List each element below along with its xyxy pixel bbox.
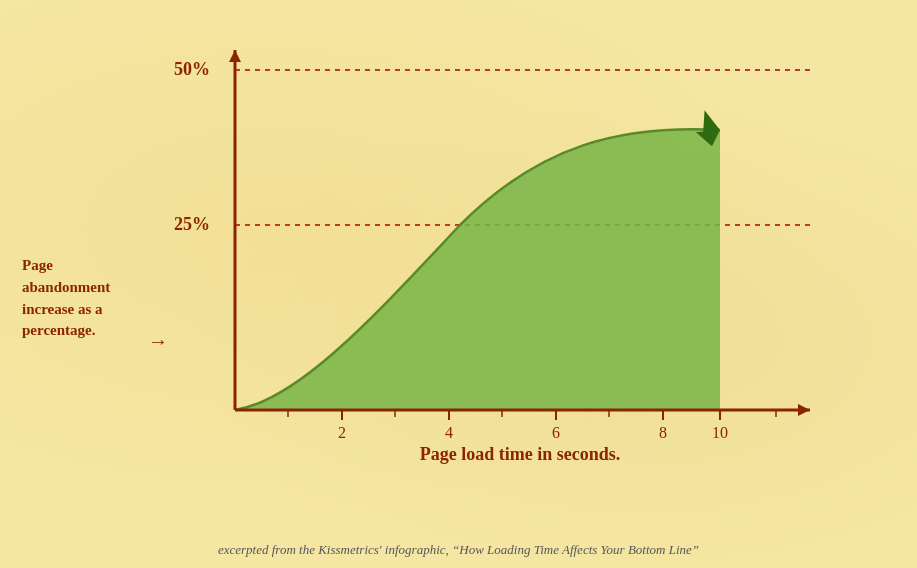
svg-text:6: 6 xyxy=(552,424,560,441)
svg-marker-9 xyxy=(229,50,241,62)
caption: excerpted from the Kissmetrics' infograp… xyxy=(0,542,917,558)
svg-text:4: 4 xyxy=(445,424,453,441)
svg-marker-7 xyxy=(798,404,810,416)
svg-text:2: 2 xyxy=(338,424,346,441)
y-axis-label: Page abandonment increase as a percentag… xyxy=(22,255,167,342)
svg-text:10: 10 xyxy=(712,424,728,441)
svg-text:50%: 50% xyxy=(174,59,210,79)
svg-text:8: 8 xyxy=(659,424,667,441)
y-axis-arrow: → xyxy=(148,330,168,353)
svg-text:25%: 25% xyxy=(174,214,210,234)
chart-area: 50% 25% 2 4 6 8 xyxy=(180,30,830,460)
svg-text:Page load time in seconds.: Page load time in seconds. xyxy=(420,444,621,464)
